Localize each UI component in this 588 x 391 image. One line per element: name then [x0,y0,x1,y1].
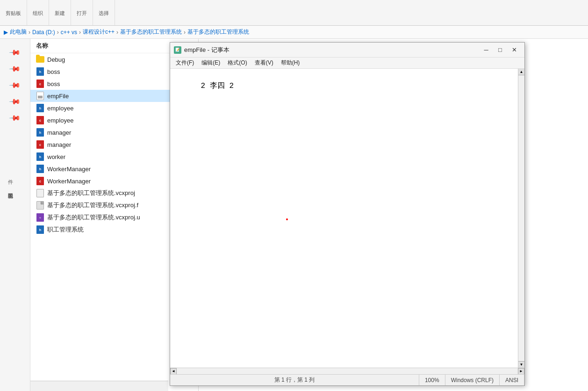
file-name: WorkerManager [47,178,91,185]
notepad-textarea[interactable]: 2 李四 2 [170,69,518,368]
statusbar-encoding: ANSI [500,375,524,385]
cpp-h-icon: h [36,165,44,173]
file-name: manager [47,129,71,136]
toolbar-label-organize: 组织 [33,10,43,17]
scroll-right-button[interactable]: ► [518,368,524,375]
file-name: employee [47,117,73,124]
statusbar-line-ending: Windows (CRLF) [445,375,500,385]
cpp-src-icon: c [36,140,44,149]
close-button[interactable]: ✕ [508,45,521,55]
hscroll-track[interactable] [177,368,518,375]
menu-view[interactable]: 查看(V) [251,58,277,68]
toolbar-label-select: 选择 [99,10,109,17]
breadcrumb-part-4[interactable]: 课程设计c++ [83,28,115,36]
scroll-up-button[interactable]: ▲ [518,69,524,75]
cpp-src-icon: c [36,80,44,88]
statusbar-zoom: 100% [419,375,445,385]
folder-icon [36,55,44,64]
toolbar-section-new: 新建 [49,0,71,25]
cpp-h-icon: h [36,67,44,76]
cpp-h-icon: h [36,225,44,234]
notepad-menubar: 文件(F) 编辑(E) 格式(O) 查看(V) 帮助(H) [170,58,524,69]
breadcrumb-part-5[interactable]: 基于多态的职工管理系统 [120,28,182,36]
breadcrumb-part-1[interactable]: 此电脑 [10,28,27,36]
vcxu-icon: u [36,213,44,222]
toolbar-label-clipboard: 剪贴板 [6,10,21,17]
toolbar-section-select: 选择 [93,0,115,25]
pin-icon-4[interactable]: 📌 [8,95,22,109]
scroll-left-button[interactable]: ◄ [170,368,177,375]
toolbar-section-clipboard: 剪贴板 [0,0,27,25]
notepad-content-wrapper: 2 李四 2 ▲ ▼ [170,69,524,368]
toolbar-section-open: 打开 [71,0,93,25]
notepad-window-controls: ─ □ ✕ [480,45,521,55]
menu-help[interactable]: 帮助(H) [277,58,304,68]
breadcrumb: ▶ 此电脑 › Data (D:) › c++ vs › 课程设计c++ › 基… [0,26,588,39]
file-name: empFile [47,93,69,100]
breadcrumb-sep-2: › [57,29,59,36]
cpp-src-icon: c [36,116,44,124]
notepad-title-left: 📝 empFile - 记事本 [174,46,229,54]
notepad-titlebar: 📝 empFile - 记事本 ─ □ ✕ [170,43,524,58]
statusbar-line-ending-text: Windows (CRLF) [451,377,494,384]
breadcrumb-sep-3: › [79,29,81,36]
file-name: worker [47,153,65,160]
breadcrumb-part-6[interactable]: 基于多态的职工管理系统 [187,28,249,36]
file-name: 职工管理系统 [47,225,84,234]
menu-file[interactable]: 文件(F) [172,58,198,68]
toolbar-label-open: 打开 [77,10,87,17]
statusbar-position-text: 第 1 行，第 1 列 [274,376,315,384]
horizontal-scrollbar[interactable]: ◄ ► [170,368,524,374]
breadcrumb-part-2[interactable]: Data (D:) [32,29,55,36]
menu-format[interactable]: 格式(O) [224,58,251,68]
toolbar: 剪贴板 组织 新建 打开 选择 [0,0,588,26]
menu-edit[interactable]: 编辑(E) [198,58,224,68]
cursor-indicator [286,218,288,220]
toolbar-label-new: 新建 [55,10,65,17]
file-icon [36,201,44,210]
left-nav: 📌 📌 📌 📌 📌 [0,39,30,391]
cpp-h-icon: h [36,152,44,161]
statusbar-zoom-text: 100% [425,377,439,384]
statusbar-position: 第 1 行，第 1 列 [170,375,419,385]
file-name: employee [47,105,73,112]
cpp-src-icon: c [36,177,44,185]
notepad-statusbar: 第 1 行，第 1 列 100% Windows (CRLF) ANSI [170,374,524,385]
breadcrumb-part-3[interactable]: c++ vs [61,29,77,36]
statusbar-encoding-text: ANSI [505,377,518,384]
scroll-track[interactable] [518,75,524,361]
cpp-h-icon: h [36,128,44,137]
minimize-button[interactable]: ─ [480,45,493,55]
file-name: 基于多态的职工管理系统.vcxproj [47,189,135,197]
file-name: Debug [47,56,65,63]
txt-icon [36,92,44,100]
explorer-status [30,381,168,391]
notepad-window: 📝 empFile - 记事本 ─ □ ✕ 文件(F) 编辑(E) 格式(O) … [170,42,525,386]
cpp-h-icon: h [36,104,44,112]
file-name: WorkerManager [47,166,91,173]
notepad-app-icon: 📝 [174,46,181,54]
pin-icon-1[interactable]: 📌 [8,46,22,59]
maximize-button[interactable]: □ [494,45,507,55]
pin-icon-2[interactable]: 📌 [8,63,22,76]
toolbar-section-organize: 组织 [27,0,49,25]
file-name: boss [47,80,60,87]
breadcrumb-sep-1: › [29,29,30,36]
file-name: 基于多态的职工管理系统.vcxproj.f [47,201,138,210]
file-name: boss [47,68,60,75]
notepad-title-text: empFile - 记事本 [184,46,229,54]
vcxproj-icon [36,189,44,197]
pin-icon-3[interactable]: 📌 [8,79,22,92]
file-name: 基于多态的职工管理系统.vcxproj.u [47,213,140,222]
breadcrumb-sep-4: › [116,29,118,36]
scroll-down-button[interactable]: ▼ [518,361,524,368]
file-name: manager [47,141,71,148]
notepad-text: 2 李四 2 [201,82,234,90]
breadcrumb-icon: ▶ [4,29,8,36]
vertical-scrollbar[interactable]: ▲ ▼ [518,69,524,368]
breadcrumb-sep-5: › [184,29,186,36]
file-list-header-label: 名称 [36,42,48,50]
pin-icon-5[interactable]: 📌 [8,112,22,125]
